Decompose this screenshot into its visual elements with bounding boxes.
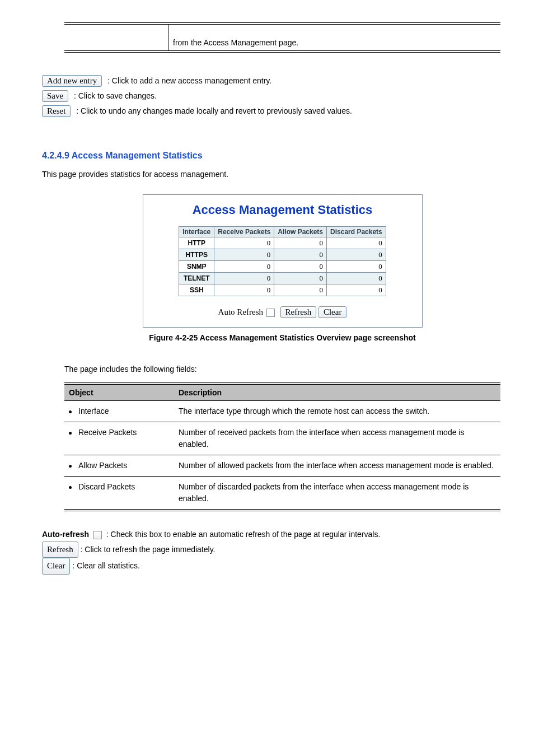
statistics-screenshot: Access Management Statistics Interface R… <box>143 194 423 328</box>
checkbox-icon <box>93 531 102 539</box>
note-autorefresh: Auto-refresh : Check this box to enable … <box>42 528 500 542</box>
mini-table-left <box>64 25 168 50</box>
save-caption: : Click to save changes. <box>74 91 157 100</box>
col-interface: Interface <box>179 227 214 237</box>
bullet-icon <box>69 486 72 489</box>
reset-row: Reset : Click to undo any changes made l… <box>42 105 500 117</box>
fields-row: Discard Packets Number of discarded pack… <box>64 477 500 511</box>
fields-table: Object Description Interface The interfa… <box>64 382 500 511</box>
save-row: Save : Click to save changes. <box>42 90 500 102</box>
save-button[interactable]: Save <box>42 90 68 102</box>
fields-row: Allow Packets Number of allowed packets … <box>64 455 500 477</box>
fields-row: Interface The interface type through whi… <box>64 401 500 422</box>
notes-block: Auto-refresh : Check this box to enable … <box>42 528 500 575</box>
col-allow: Allow Packets <box>274 227 327 237</box>
section-description: This page provides statistics for access… <box>42 170 500 179</box>
mini-table-text: from the Access Management page. <box>173 38 298 47</box>
fields-header-row: Object Description <box>64 384 500 401</box>
add-entry-caption: : Click to add a new access management e… <box>107 76 271 85</box>
add-new-entry-button[interactable]: Add new entry <box>42 75 102 87</box>
section-heading: 4.2.4.9 Access Management Statistics <box>42 151 500 161</box>
fields-intro: The page includes the following fields: <box>64 365 500 374</box>
bullet-icon <box>69 432 72 435</box>
clear-button[interactable]: Clear <box>318 306 346 318</box>
col-discard: Discard Packets <box>327 227 386 237</box>
screenshot-controls: Auto Refresh Refresh Clear <box>146 306 420 318</box>
fields-row: Receive Packets Number of received packe… <box>64 422 500 455</box>
col-receive: Receive Packets <box>214 227 274 237</box>
auto-refresh-label: Auto Refresh <box>218 307 263 316</box>
table-row: HTTPS 0 0 0 <box>179 249 386 261</box>
table-row: SNMP 0 0 0 <box>179 261 386 273</box>
figure-caption: Figure 4-2-25 Access Management Statisti… <box>64 333 500 342</box>
refresh-button-bottom[interactable]: Refresh <box>42 542 78 558</box>
refresh-button[interactable]: Refresh <box>280 306 317 318</box>
reset-caption: : Click to undo any changes made locally… <box>76 106 352 115</box>
table-row: HTTP 0 0 0 <box>179 237 386 249</box>
mini-table-right: from the Access Management page. <box>168 25 500 50</box>
table-row: TELNET 0 0 0 <box>179 273 386 284</box>
statistics-table: Interface Receive Packets Allow Packets … <box>179 226 386 296</box>
reset-button[interactable]: Reset <box>42 105 71 117</box>
auto-refresh-checkbox[interactable] <box>266 309 275 317</box>
note-refresh: Refresh : Click to refresh the page imme… <box>42 542 500 558</box>
clear-button-bottom[interactable]: Clear <box>42 558 70 575</box>
add-entry-row: Add new entry : Click to add a new acces… <box>42 75 500 87</box>
fields-head-object: Object <box>64 384 174 401</box>
bullet-icon <box>69 410 72 413</box>
fields-head-desc: Description <box>174 384 500 401</box>
top-mini-table: from the Access Management page. <box>64 22 500 53</box>
screenshot-title: Access Management Statistics <box>146 203 420 217</box>
note-clear: Clear : Clear all statistics. <box>42 558 500 575</box>
table-header-row: Interface Receive Packets Allow Packets … <box>179 227 386 237</box>
table-row: SSH 0 0 0 <box>179 284 386 296</box>
bullet-icon <box>69 465 72 468</box>
